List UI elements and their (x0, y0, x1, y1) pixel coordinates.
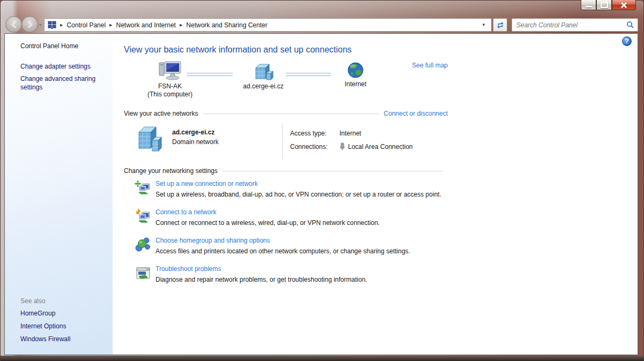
refresh-button[interactable] (493, 18, 507, 32)
access-type-row: Access type: Internet (290, 129, 448, 138)
maximize-button[interactable] (596, 0, 612, 10)
breadcrumb-network-and-internet[interactable]: Network and Internet (116, 21, 176, 29)
task-text: Set up a new connection or network Set u… (156, 179, 441, 199)
search-input[interactable] (515, 21, 626, 29)
active-networks-label: View your active networks (124, 110, 198, 117)
active-network-type: Domain network (172, 138, 282, 146)
homegroup-icon (135, 236, 153, 255)
active-network-row: ad.cerge-ei.cz Domain network Access typ… (135, 124, 448, 159)
see-also-section: See also HomeGroup Internet Options Wind… (20, 297, 101, 348)
sidebar-item-control-panel-home[interactable]: Control Panel Home (20, 42, 78, 50)
network-map: FSN-AK (This computer) (124, 57, 448, 101)
recent-pages-dropdown[interactable]: ▾ (39, 22, 41, 27)
troubleshoot-icon (135, 265, 153, 284)
connections-label: Connections: (290, 143, 339, 151)
task-description: Connect or reconnect to a wireless, wire… (156, 219, 380, 227)
breadcrumb-separator-icon[interactable]: ▶ (176, 23, 186, 27)
task-homegroup-options: Choose homegroup and sharing options Acc… (135, 236, 448, 255)
task-description: Set up a wireless, broadband, dial-up, a… (156, 190, 441, 199)
task-text: Troubleshoot problems Diagnose and repai… (156, 265, 367, 284)
computer-sublabel: (This computer) (140, 91, 199, 99)
task-description: Access files and printers located on oth… (156, 247, 410, 255)
access-type-value: Internet (339, 130, 361, 137)
network-address-icon (48, 21, 56, 29)
troubleshoot-problems-link[interactable]: Troubleshoot problems (156, 265, 221, 273)
computer-name: FSN-AK (140, 82, 199, 91)
connect-to-network-link[interactable]: Connect to a network (156, 208, 216, 216)
map-node-this-computer[interactable]: FSN-AK (This computer) (140, 61, 199, 99)
refresh-icon (496, 21, 505, 29)
sidebar-item-change-adapter-settings[interactable]: Change adapter settings (20, 62, 101, 71)
homegroup-options-link[interactable]: Choose homegroup and sharing options (156, 237, 270, 244)
search-icon[interactable] (626, 21, 634, 29)
task-text: Choose homegroup and sharing options Acc… (156, 236, 410, 255)
domain-buildings-icon (135, 125, 165, 153)
connect-or-disconnect-link[interactable]: Connect or disconnect (384, 110, 448, 117)
main-pane: View your basic network information and … (113, 34, 638, 355)
minimize-button[interactable] (581, 0, 596, 10)
breadcrumb-control-panel[interactable]: Control Panel (66, 21, 106, 29)
sidebar-task-links: Change adapter settings Change advanced … (20, 62, 101, 95)
new-connection-icon (135, 179, 153, 199)
forward-button[interactable] (21, 16, 38, 33)
minimize-icon (586, 6, 592, 7)
maximize-icon (601, 2, 608, 8)
networking-tasks: Set up a new connection or network Set u… (124, 179, 448, 284)
globe-icon (347, 62, 364, 79)
page-title: View your basic network information and … (124, 44, 448, 55)
domain-name: ad.cerge-ei.cz (234, 82, 293, 91)
map-node-domain[interactable]: ad.cerge-ei.cz (234, 63, 293, 91)
task-connect-to-network: Connect to a network Connect or reconnec… (135, 208, 448, 227)
computer-icon (158, 61, 182, 81)
active-networks-header: View your active networks Connect or dis… (124, 110, 448, 117)
map-node-label: Internet (326, 80, 385, 88)
map-node-internet[interactable]: Internet (326, 62, 385, 88)
active-network-details: Access type: Internet Connections: (282, 124, 448, 159)
breadcrumb-separator-icon: ▶ (56, 23, 66, 27)
see-also-heading: See also (20, 297, 101, 305)
map-node-label: FSN-AK (This computer) (140, 82, 199, 99)
breadcrumb-network-sharing-center[interactable]: Network and Sharing Center (186, 21, 267, 29)
map-node-label: ad.cerge-ei.cz (234, 82, 293, 91)
task-troubleshoot-problems: Troubleshoot problems Diagnose and repai… (135, 265, 448, 284)
forward-arrow-icon (26, 20, 34, 29)
close-icon (620, 2, 627, 9)
close-button[interactable] (612, 0, 636, 10)
window-frame-bottom (1, 356, 643, 361)
active-network-name: ad.cerge-ei.cz (172, 129, 282, 136)
help-icon[interactable]: ? (622, 36, 632, 46)
sidebar-item-homegroup[interactable]: HomeGroup (20, 309, 101, 318)
section-rule (203, 114, 379, 114)
back-arrow-icon (10, 20, 18, 29)
active-network-identity: ad.cerge-ei.cz Domain network (172, 124, 282, 159)
domain-network-icon (251, 63, 275, 81)
setup-new-connection-link[interactable]: Set up a new connection or network (156, 180, 258, 187)
section-rule (223, 171, 443, 171)
sidebar-item-windows-firewall[interactable]: Windows Firewall (20, 335, 101, 343)
address-dropdown-icon[interactable]: ▼ (479, 22, 488, 27)
back-button[interactable] (5, 16, 22, 33)
networking-settings-header: Change your networking settings (124, 167, 448, 175)
task-description: Diagnose and repair network problems, or… (156, 275, 367, 284)
connect-network-icon (135, 208, 153, 227)
address-bar[interactable]: ▶ Control Panel ▶ Network and Internet ▶… (44, 18, 492, 32)
sidebar: Control Panel Home Change adapter settin… (5, 34, 113, 355)
task-setup-new-connection: Set up a new connection or network Set u… (135, 179, 448, 199)
content-area: ? Control Panel Home Change adapter sett… (4, 33, 638, 355)
see-full-map-link[interactable]: See full map (412, 62, 448, 69)
sidebar-item-change-advanced-sharing[interactable]: Change advanced sharing settings (20, 74, 101, 92)
sidebar-item-internet-options[interactable]: Internet Options (20, 322, 101, 330)
lan-connection-icon (339, 142, 345, 151)
window-controls (581, 0, 636, 10)
internet-label: Internet (326, 80, 385, 88)
task-text: Connect to a network Connect or reconnec… (156, 208, 380, 227)
domain-network-large-icon[interactable] (135, 125, 165, 159)
connections-row: Connections: Local Area Connection (290, 142, 448, 151)
search-box[interactable] (512, 18, 638, 32)
access-type-label: Access type: (290, 130, 339, 137)
networking-settings-label: Change your networking settings (124, 167, 218, 175)
local-area-connection-link[interactable]: Local Area Connection (348, 143, 413, 151)
breadcrumb-separator-icon[interactable]: ▶ (106, 23, 116, 27)
